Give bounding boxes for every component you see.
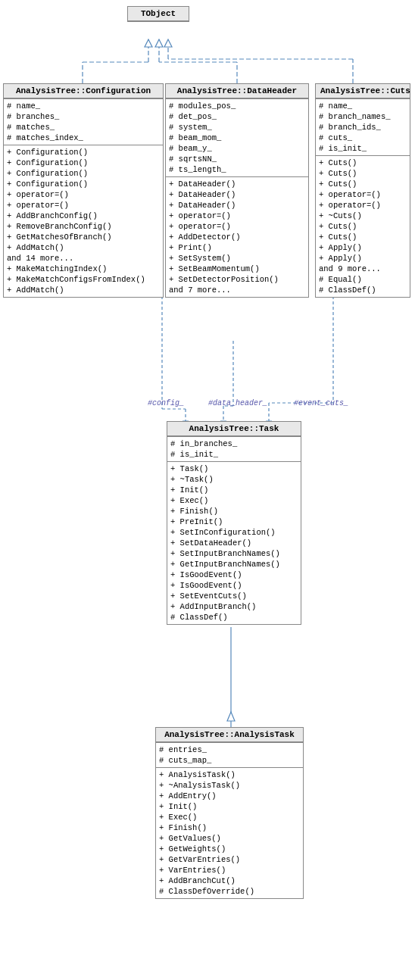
config-field-0: # name_ [7, 101, 160, 111]
cuts-method-7: + Cuts() [319, 232, 407, 242]
cuts-method-5: + ~Cuts() [319, 211, 407, 221]
dh-field-3: # beam_mom_ [169, 133, 305, 143]
dh-method-2: + DataHeader() [169, 200, 305, 211]
at-method-9: + VarEntries() [159, 865, 300, 875]
task-method-13: + AddInputBranch() [170, 601, 298, 612]
cuts-method-6: + Cuts() [319, 221, 407, 232]
task-method-11: + IsGoodEvent() [170, 580, 298, 591]
configuration-fields: # name_ # branches_ # matches_ # matches… [4, 98, 163, 145]
dh-method-8: + SetBeamMomentum() [169, 264, 305, 274]
svg-marker-27 [227, 712, 235, 721]
dh-method-3: + operator=() [169, 211, 305, 221]
configuration-methods: + Configuration() + Configuration() + Co… [4, 145, 163, 297]
cuts-method-4: + operator=() [319, 200, 407, 211]
cuts-fields: # name_ # branch_names_ # branch_ids_ # … [316, 98, 410, 155]
task-method-3: + Exec() [170, 495, 298, 506]
at-method-7: + GetWeights() [159, 844, 300, 854]
task-method-12: + SetEventCuts() [170, 591, 298, 601]
dataheader-box: AnalysisTree::DataHeader # modules_pos_ … [165, 83, 309, 298]
dh-field-4: # beam_y_ [169, 143, 305, 154]
dataheader-fields: # modules_pos_ # det_pos_ # system_ # be… [166, 98, 308, 176]
analysistask-fields: # entries_ # cuts_map_ [156, 742, 303, 767]
cuts-method-2: + Cuts() [319, 179, 407, 189]
task-method-7: + SetDataHeader() [170, 538, 298, 548]
cuts-box: AnalysisTree::Cuts # name_ # branch_name… [315, 83, 410, 298]
dataheader-arrow-label: #data_header_ [208, 399, 267, 407]
at-method-2: + AddEntry() [159, 791, 300, 801]
task-method-10: + IsGoodEvent() [170, 570, 298, 580]
diagram-container: #config_ #data_header_ #event_cuts_ TObj… [0, 0, 415, 980]
config-method-3: + Configuration() [7, 179, 160, 189]
task-method-4: + Finish() [170, 506, 298, 517]
cuts-method-12: # ClassDef() [319, 285, 407, 295]
config-method-2: + Configuration() [7, 168, 160, 179]
configuration-box: AnalysisTree::Configuration # name_ # br… [3, 83, 164, 298]
dataheader-methods: + DataHeader() + DataHeader() + DataHead… [166, 176, 308, 297]
config-method-11: + MakeMatchingIndex() [7, 264, 160, 274]
cuts-field-3: # cuts_ [319, 133, 407, 143]
config-method-5: + operator=() [7, 200, 160, 211]
task-method-9: + GetInputBranchNames() [170, 559, 298, 570]
task-fields: # in_branches_ # is_init_ [167, 436, 301, 461]
at-method-3: + Init() [159, 801, 300, 812]
dh-method-6: + Print() [169, 242, 305, 253]
cuts-method-10: and 9 more... [319, 264, 407, 274]
task-method-8: + SetInputBranchNames() [170, 548, 298, 559]
task-method-14: # ClassDef() [170, 612, 298, 623]
dh-method-10: and 7 more... [169, 285, 305, 295]
config-method-7: + RemoveBranchConfig() [7, 221, 160, 232]
cuts-method-1: + Cuts() [319, 168, 407, 179]
config-method-8: + GetMatchesOfBranch() [7, 232, 160, 242]
dh-method-9: + SetDetectorPosition() [169, 274, 305, 285]
task-field-1: # is_init_ [170, 449, 298, 460]
at-method-10: + AddBranchCut() [159, 875, 300, 886]
task-method-1: + ~Task() [170, 474, 298, 485]
tobject-box: TObject [127, 6, 189, 22]
config-method-9: + AddMatch() [7, 242, 160, 253]
analysistask-methods: + AnalysisTask() + ~AnalysisTask() + Add… [156, 767, 303, 898]
cuts-method-11: # Equal() [319, 274, 407, 285]
at-field-1: # cuts_map_ [159, 755, 300, 766]
config-field-3: # matches_index_ [7, 133, 160, 143]
cuts-method-9: + Apply() [319, 253, 407, 264]
at-method-5: + Finish() [159, 822, 300, 833]
config-method-4: + operator=() [7, 189, 160, 200]
config-method-12: + MakeMatchConfigsFromIndex() [7, 274, 160, 285]
dh-field-5: # sqrtsNN_ [169, 154, 305, 164]
dh-field-1: # det_pos_ [169, 111, 305, 122]
at-field-0: # entries_ [159, 744, 300, 755]
config-method-1: + Configuration() [7, 158, 160, 168]
cuts-methods: + Cuts() + Cuts() + Cuts() + operator=()… [316, 155, 410, 297]
configuration-title: AnalysisTree::Configuration [4, 84, 163, 98]
at-method-1: + ~AnalysisTask() [159, 780, 300, 791]
cuts-method-8: + Apply() [319, 242, 407, 253]
cuts-field-0: # name_ [319, 101, 407, 111]
task-method-5: + PreInit() [170, 517, 298, 527]
task-method-2: + Init() [170, 485, 298, 495]
cuts-method-3: + operator=() [319, 189, 407, 200]
cuts-field-1: # branch_names_ [319, 111, 407, 122]
at-method-4: + Exec() [159, 812, 300, 822]
dh-method-7: + SetSystem() [169, 253, 305, 264]
eventcuts-arrow-label: #event_cuts_ [294, 399, 348, 407]
task-box: AnalysisTree::Task # in_branches_ # is_i… [167, 421, 301, 625]
tobject-title: TObject [128, 7, 189, 21]
at-method-8: + GetVarEntries() [159, 854, 300, 865]
cuts-field-4: # is_init_ [319, 143, 407, 154]
dh-field-2: # system_ [169, 122, 305, 133]
at-method-11: # ClassDefOverride() [159, 886, 300, 897]
config-method-13: + AddMatch() [7, 285, 160, 295]
svg-marker-13 [164, 39, 172, 47]
cuts-method-0: + Cuts() [319, 158, 407, 168]
config-field-2: # matches_ [7, 122, 160, 133]
svg-marker-5 [145, 39, 152, 47]
analysistask-title: AnalysisTree::AnalysisTask [156, 728, 303, 742]
config-method-6: + AddBranchConfig() [7, 211, 160, 221]
task-title: AnalysisTree::Task [167, 422, 301, 436]
task-method-6: + SetInConfiguration() [170, 527, 298, 538]
at-method-0: + AnalysisTask() [159, 769, 300, 780]
dh-field-0: # modules_pos_ [169, 101, 305, 111]
dh-field-6: # ts_length_ [169, 164, 305, 175]
cuts-field-2: # branch_ids_ [319, 122, 407, 133]
config-field-1: # branches_ [7, 111, 160, 122]
